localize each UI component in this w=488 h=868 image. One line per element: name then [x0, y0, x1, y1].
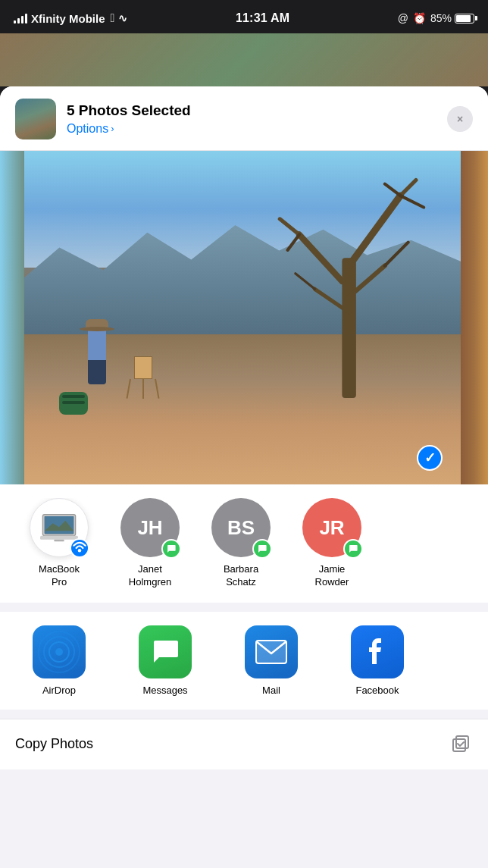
apps-section: AirDrop Messages — [0, 612, 488, 710]
facebook-app-label: Facebook — [355, 685, 399, 696]
copy-photos-icon — [450, 733, 471, 754]
tree-area — [261, 165, 446, 398]
svg-rect-14 — [45, 516, 74, 534]
status-time: 11:31 AM — [236, 11, 289, 25]
background-photo — [0, 33, 488, 86]
photo-left-preview — [0, 151, 27, 484]
signal-bars-icon — [14, 13, 27, 24]
close-button[interactable]: × — [447, 106, 473, 132]
battery-percent-label: 85% — [430, 12, 452, 24]
copy-icon — [450, 733, 473, 756]
alarm-icon: ⏰ — [413, 12, 426, 24]
svg-line-2 — [280, 218, 299, 234]
facebook-app-icon — [351, 625, 404, 678]
people-scroll: MacBook Pro JH Janet Holmgren — [0, 498, 488, 589]
selection-checkmark: ✓ — [417, 445, 443, 471]
share-header: 5 Photos Selected Options › × — [0, 86, 488, 151]
mail-envelope-icon — [255, 640, 287, 664]
svg-line-3 — [288, 234, 299, 250]
wifi-symbol: ∿ — [118, 12, 127, 24]
battery-fill — [456, 15, 471, 22]
svg-line-7 — [385, 183, 401, 195]
mail-app-icon — [245, 625, 298, 678]
app-messages[interactable]: Messages — [112, 625, 218, 696]
svg-line-5 — [401, 180, 417, 196]
svg-rect-17 — [54, 540, 64, 542]
battery-icon — [455, 14, 474, 24]
person-janet-holmgren[interactable]: JH Janet Holmgren — [105, 498, 196, 589]
photo-strip[interactable]: ✓ — [0, 151, 488, 484]
share-sheet: 5 Photos Selected Options › × — [0, 86, 488, 868]
tree-svg — [261, 165, 446, 398]
svg-rect-0 — [343, 258, 356, 398]
airdrop-ring-3 — [38, 631, 80, 673]
svg-point-18 — [78, 549, 81, 552]
mail-app-label: Mail — [262, 685, 280, 696]
bottom-action-row[interactable]: Copy Photos — [0, 719, 488, 769]
macbook-name-line1: MacBook — [39, 563, 80, 576]
airdrop-app-label: AirDrop — [42, 685, 76, 696]
at-symbol: @ — [398, 12, 408, 24]
jamie-name-line1: Jamie — [319, 563, 346, 576]
barbara-initials: BS — [227, 516, 255, 540]
facebook-f-icon — [364, 637, 390, 667]
messages-badge-barbara — [252, 539, 272, 559]
messages-badge-jamie — [343, 539, 363, 559]
jamie-initials: JR — [319, 516, 344, 540]
wifi-icon:  — [111, 11, 115, 25]
messages-icon-jamie — [348, 544, 358, 554]
janet-name-line2: Holmgren — [129, 576, 171, 589]
airdrop-signal-icon — [71, 533, 88, 563]
options-link[interactable]: Options › — [67, 122, 436, 136]
copy-photos-label: Copy Photos — [15, 736, 93, 752]
messages-app-icon — [139, 625, 192, 678]
macbook-avatar — [30, 498, 89, 557]
messages-icon-barbara — [257, 544, 267, 554]
svg-line-1 — [299, 234, 342, 281]
header-text: 5 Photos Selected Options › — [67, 102, 436, 136]
person-barbara-schatz[interactable]: BS Barbara Schatz — [196, 498, 286, 589]
person-macbook-pro[interactable]: MacBook Pro — [14, 498, 105, 589]
jamie-avatar: JR — [302, 498, 361, 557]
app-facebook[interactable]: Facebook — [324, 625, 430, 696]
status-right: @ ⏰ 85% — [398, 12, 474, 24]
svg-line-11 — [296, 273, 315, 289]
options-label: Options — [67, 122, 108, 136]
svg-rect-22 — [456, 736, 468, 748]
messages-badge-janet — [161, 539, 181, 559]
airdrop-app-icon — [33, 625, 86, 678]
photo-thumbnail — [15, 99, 56, 139]
janet-initials: JH — [137, 516, 162, 540]
app-airdrop[interactable]: AirDrop — [6, 625, 112, 696]
people-section: MacBook Pro JH Janet Holmgren — [0, 484, 488, 603]
apps-scroll: AirDrop Messages — [0, 625, 488, 696]
battery-container: 85% — [430, 12, 474, 24]
status-left: Xfinity Mobile  ∿ — [14, 11, 127, 25]
photo-main: ✓ — [24, 151, 464, 484]
airdrop-rings — [33, 625, 86, 678]
svg-line-4 — [349, 196, 401, 265]
easel — [130, 356, 156, 398]
janet-avatar: JH — [120, 498, 180, 557]
app-mail[interactable]: Mail — [218, 625, 324, 696]
barbara-name-line2: Schatz — [226, 576, 256, 589]
backpack — [59, 392, 88, 415]
barbara-name-line1: Barbara — [224, 563, 258, 576]
janet-name-line1: Janet — [138, 563, 162, 576]
person-jamie-rowder[interactable]: JR Jamie Rowder — [286, 498, 377, 589]
macbook-name-line2: Pro — [52, 576, 67, 589]
messages-bubble-icon — [150, 637, 180, 667]
svg-line-9 — [385, 242, 408, 265]
svg-line-6 — [401, 196, 424, 207]
messages-icon-janet — [166, 544, 177, 554]
messages-app-label: Messages — [142, 685, 187, 696]
carrier-label: Xfinity Mobile — [31, 12, 105, 25]
photos-selected-title: 5 Photos Selected — [67, 102, 436, 120]
jamie-name-line2: Rowder — [315, 576, 349, 589]
painter-figure — [86, 319, 108, 384]
chevron-right-icon: › — [111, 123, 114, 134]
airdrop-signal-badge — [70, 538, 89, 558]
photo-right-preview — [461, 151, 488, 484]
barbara-avatar: BS — [211, 498, 271, 557]
status-bar: Xfinity Mobile  ∿ 11:31 AM @ ⏰ 85% — [0, 0, 488, 33]
